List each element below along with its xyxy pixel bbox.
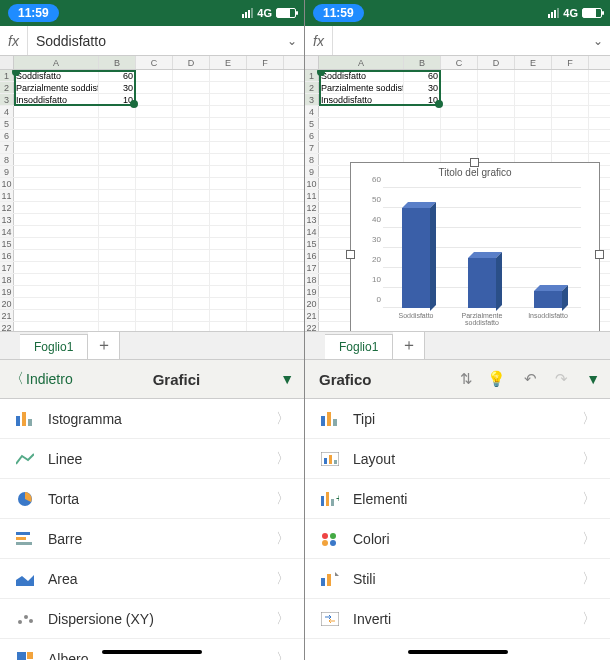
cell-b1[interactable]: 60 — [404, 70, 441, 81]
svg-rect-5 — [16, 537, 26, 540]
list-item-area[interactable]: Area〉 — [0, 559, 304, 599]
cell-b2[interactable]: 30 — [404, 82, 441, 93]
cell-b3[interactable]: 10 — [99, 94, 136, 105]
cell-a3[interactable]: Insoddisfatto — [14, 94, 99, 105]
col-header-e[interactable]: E — [515, 56, 552, 69]
list-item-stili[interactable]: Stili〉 — [305, 559, 610, 599]
column-headers: A B C D E F — [0, 56, 304, 70]
col-header-f[interactable]: F — [552, 56, 589, 69]
col-header-a[interactable]: A — [14, 56, 99, 69]
formula-value[interactable]: Soddisfatto — [28, 33, 280, 49]
network-label: 4G — [563, 7, 578, 19]
select-all-corner[interactable] — [0, 56, 14, 69]
col-header-d[interactable]: D — [173, 56, 210, 69]
spreadsheet-grid[interactable]: 1Soddisfatto60 2Parzialmente soddisfatto… — [305, 70, 610, 331]
column-headers: A B C D E F — [305, 56, 610, 70]
back-button[interactable]: 〈 Indietro — [10, 370, 73, 388]
panel-header: 〈 Indietro Grafici ▼ — [0, 359, 304, 399]
chevron-right-icon: 〉 — [276, 570, 290, 588]
list-item-torta[interactable]: Torta〉 — [0, 479, 304, 519]
resize-handle-icon[interactable] — [346, 250, 355, 259]
chevron-right-icon: 〉 — [582, 410, 596, 428]
cell-b3[interactable]: 10 — [404, 94, 441, 105]
status-time: 11:59 — [313, 4, 364, 22]
sheet-tabs: Foglio1 ＋ — [0, 331, 304, 359]
formula-dropdown-icon[interactable]: ⌄ — [280, 34, 304, 48]
cell-b1[interactable]: 60 — [99, 70, 136, 81]
list-item-dispersione[interactable]: Dispersione (XY)〉 — [0, 599, 304, 639]
cell-a2[interactable]: Parzialmente soddisfatto — [14, 82, 99, 93]
list-item-colori[interactable]: Colori〉 — [305, 519, 610, 559]
list-item-inverti[interactable]: Inverti〉 — [305, 599, 610, 639]
chart-bar — [468, 258, 496, 308]
svg-rect-11 — [17, 652, 26, 661]
resize-handle-icon[interactable] — [470, 158, 479, 167]
col-header-a[interactable]: A — [319, 56, 404, 69]
list-item-linee[interactable]: Linee〉 — [0, 439, 304, 479]
svg-rect-22 — [326, 492, 329, 506]
add-sheet-button[interactable]: ＋ — [393, 331, 425, 359]
cell-a1[interactable]: Soddisfatto — [14, 70, 99, 81]
cell-a3[interactable]: Insoddisfatto — [319, 94, 404, 105]
chevron-right-icon: 〉 — [582, 610, 596, 628]
undo-icon[interactable]: ↶ — [524, 370, 537, 388]
svg-point-26 — [330, 533, 336, 539]
formula-bar[interactable]: fx Soddisfatto ⌄ — [0, 26, 304, 56]
col-header-c[interactable]: C — [136, 56, 173, 69]
resize-handle-icon[interactable] — [595, 250, 604, 259]
col-header-e[interactable]: E — [210, 56, 247, 69]
cell-a2[interactable]: Parzialmente soddisfatto — [319, 82, 404, 93]
lightbulb-icon[interactable]: 💡 — [487, 370, 506, 388]
chevron-right-icon: 〉 — [276, 530, 290, 548]
svg-rect-14 — [321, 416, 325, 426]
signal-icon — [242, 8, 253, 18]
svg-text:+: + — [336, 493, 339, 504]
sort-icon[interactable]: ⇅ — [460, 370, 473, 388]
add-sheet-button[interactable]: ＋ — [88, 331, 120, 359]
cell-b2[interactable]: 30 — [99, 82, 136, 93]
chevron-right-icon: 〉 — [276, 450, 290, 468]
chevron-right-icon: 〉 — [276, 650, 290, 661]
col-header-c[interactable]: C — [441, 56, 478, 69]
chart-object[interactable]: Titolo del grafico 0 10 20 30 40 50 60 — [350, 162, 600, 331]
svg-rect-18 — [324, 458, 327, 464]
formula-dropdown-icon[interactable]: ⌄ — [586, 34, 610, 48]
redo-icon[interactable]: ↷ — [555, 370, 568, 388]
list-item-tipi[interactable]: Tipi〉 — [305, 399, 610, 439]
pie-chart-icon — [14, 491, 36, 507]
bar-chart-icon — [319, 412, 341, 426]
status-right: 4G — [548, 7, 602, 19]
col-header-f[interactable]: F — [247, 56, 284, 69]
sheet-tab-active[interactable]: Foglio1 — [20, 334, 88, 359]
panel-title[interactable]: Grafico — [315, 371, 460, 388]
svg-rect-31 — [321, 612, 339, 626]
battery-icon — [582, 8, 602, 18]
home-indicator[interactable] — [408, 650, 508, 654]
chevron-right-icon: 〉 — [582, 450, 596, 468]
select-all-corner[interactable] — [305, 56, 319, 69]
col-header-b[interactable]: B — [99, 56, 136, 69]
fx-label: fx — [0, 26, 28, 55]
col-header-d[interactable]: D — [478, 56, 515, 69]
chart-plot-area: 0 10 20 30 40 50 60 — [383, 188, 581, 308]
chevron-right-icon: 〉 — [276, 490, 290, 508]
list-item-istogramma[interactable]: Istogramma〉 — [0, 399, 304, 439]
panel-header: Grafico ⇅ 💡 ↶ ↷ ▼ — [305, 359, 610, 399]
list-item-layout[interactable]: Layout〉 — [305, 439, 610, 479]
bar-chart-icon — [14, 412, 36, 426]
col-header-b[interactable]: B — [404, 56, 441, 69]
panel-title: Grafici — [73, 371, 280, 388]
list-item-barre[interactable]: Barre〉 — [0, 519, 304, 559]
list-item-elementi[interactable]: +Elementi〉 — [305, 479, 610, 519]
panel-dropdown-icon[interactable]: ▼ — [586, 371, 600, 387]
svg-rect-6 — [16, 542, 32, 545]
home-indicator[interactable] — [102, 650, 202, 654]
sheet-tab-active[interactable]: Foglio1 — [325, 334, 393, 359]
spreadsheet-grid[interactable]: 1Soddisfatto60 2Parzialmente soddisfatto… — [0, 70, 304, 331]
panel-dropdown-icon[interactable]: ▼ — [280, 371, 294, 387]
colors-icon — [319, 532, 341, 546]
status-bar: 11:59 4G — [305, 0, 610, 26]
formula-bar[interactable]: fx ⌄ — [305, 26, 610, 56]
svg-point-25 — [322, 533, 328, 539]
cell-a1[interactable]: Soddisfatto — [319, 70, 404, 81]
